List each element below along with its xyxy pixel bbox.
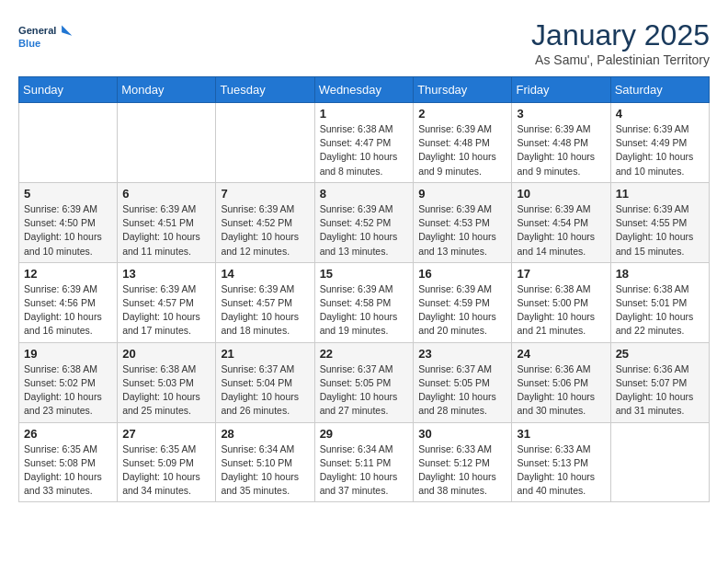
day-info: Sunrise: 6:38 AMSunset: 5:03 PMDaylight:…: [122, 362, 210, 419]
day-info: Sunrise: 6:39 AMSunset: 4:52 PMDaylight:…: [221, 202, 309, 259]
weekday-header-tuesday: Tuesday: [216, 77, 314, 103]
calendar-cell: 13Sunrise: 6:39 AMSunset: 4:57 PMDayligh…: [118, 262, 216, 342]
calendar-cell: [19, 103, 118, 183]
calendar-cell: 18Sunrise: 6:38 AMSunset: 5:01 PMDayligh…: [610, 262, 709, 342]
day-number: 29: [320, 427, 409, 441]
day-number: 4: [616, 107, 704, 121]
calendar-cell: 30Sunrise: 6:33 AMSunset: 5:12 PMDayligh…: [414, 422, 512, 502]
day-number: 21: [221, 347, 309, 361]
day-info: Sunrise: 6:37 AMSunset: 5:05 PMDaylight:…: [320, 362, 409, 419]
day-number: 14: [221, 267, 309, 281]
weekday-header-friday: Friday: [512, 77, 610, 103]
calendar-cell: 29Sunrise: 6:34 AMSunset: 5:11 PMDayligh…: [314, 422, 414, 502]
day-info: Sunrise: 6:39 AMSunset: 4:48 PMDaylight:…: [418, 122, 506, 178]
weekday-header-wednesday: Wednesday: [314, 77, 414, 103]
day-number: 24: [517, 347, 605, 361]
calendar-cell: 19Sunrise: 6:38 AMSunset: 5:02 PMDayligh…: [19, 342, 118, 422]
calendar-cell: 11Sunrise: 6:39 AMSunset: 4:55 PMDayligh…: [610, 182, 709, 262]
day-info: Sunrise: 6:38 AMSunset: 5:02 PMDaylight:…: [24, 362, 112, 419]
calendar-cell: 1Sunrise: 6:38 AMSunset: 4:47 PMDaylight…: [314, 103, 414, 183]
day-info: Sunrise: 6:39 AMSunset: 4:48 PMDaylight:…: [517, 122, 605, 178]
calendar-cell: 23Sunrise: 6:37 AMSunset: 5:05 PMDayligh…: [414, 342, 512, 422]
calendar-cell: 4Sunrise: 6:39 AMSunset: 4:49 PMDaylight…: [610, 103, 709, 183]
calendar-cell: [610, 422, 709, 502]
month-title: January 2025: [531, 18, 710, 52]
day-info: Sunrise: 6:37 AMSunset: 5:04 PMDaylight:…: [221, 362, 309, 419]
day-info: Sunrise: 6:39 AMSunset: 4:54 PMDaylight:…: [517, 202, 605, 259]
day-info: Sunrise: 6:37 AMSunset: 5:05 PMDaylight:…: [418, 362, 506, 419]
day-info: Sunrise: 6:34 AMSunset: 5:10 PMDaylight:…: [221, 442, 309, 499]
day-number: 30: [418, 427, 506, 441]
day-number: 1: [320, 107, 409, 121]
day-number: 11: [616, 187, 704, 201]
title-section: January 2025 As Samu', Palestinian Terri…: [531, 18, 710, 67]
calendar-cell: 5Sunrise: 6:39 AMSunset: 4:50 PMDaylight…: [19, 182, 118, 262]
calendar-cell: 21Sunrise: 6:37 AMSunset: 5:04 PMDayligh…: [216, 342, 314, 422]
logo: General Blue: [18, 18, 74, 60]
calendar-cell: 8Sunrise: 6:39 AMSunset: 4:52 PMDaylight…: [314, 182, 414, 262]
day-number: 8: [320, 187, 409, 201]
day-number: 15: [320, 267, 409, 281]
calendar-cell: 26Sunrise: 6:35 AMSunset: 5:08 PMDayligh…: [19, 422, 118, 502]
day-number: 16: [418, 267, 506, 281]
day-info: Sunrise: 6:33 AMSunset: 5:13 PMDaylight:…: [517, 442, 605, 499]
calendar-cell: [216, 103, 314, 183]
day-number: 13: [122, 267, 210, 281]
location-subtitle: As Samu', Palestinian Territory: [531, 52, 710, 67]
day-info: Sunrise: 6:39 AMSunset: 4:57 PMDaylight:…: [221, 282, 309, 339]
logo-graphic: General Blue: [18, 18, 74, 60]
calendar-cell: 10Sunrise: 6:39 AMSunset: 4:54 PMDayligh…: [512, 182, 610, 262]
day-info: Sunrise: 6:39 AMSunset: 4:53 PMDaylight:…: [418, 202, 506, 259]
day-number: 17: [517, 267, 605, 281]
calendar-cell: [118, 103, 216, 183]
weekday-header-saturday: Saturday: [610, 77, 709, 103]
calendar-cell: 2Sunrise: 6:39 AMSunset: 4:48 PMDaylight…: [414, 103, 512, 183]
page-header: General Blue January 2025 As Samu', Pale…: [18, 18, 710, 67]
day-number: 28: [221, 427, 309, 441]
calendar-table: SundayMondayTuesdayWednesdayThursdayFrid…: [18, 76, 710, 502]
svg-text:General: General: [18, 25, 56, 36]
day-number: 7: [221, 187, 309, 201]
day-number: 19: [24, 347, 112, 361]
calendar-cell: 3Sunrise: 6:39 AMSunset: 4:48 PMDaylight…: [512, 103, 610, 183]
day-number: 25: [616, 347, 704, 361]
calendar-cell: 14Sunrise: 6:39 AMSunset: 4:57 PMDayligh…: [216, 262, 314, 342]
day-number: 22: [320, 347, 409, 361]
calendar-cell: 20Sunrise: 6:38 AMSunset: 5:03 PMDayligh…: [118, 342, 216, 422]
day-info: Sunrise: 6:39 AMSunset: 4:51 PMDaylight:…: [122, 202, 210, 259]
calendar-cell: 12Sunrise: 6:39 AMSunset: 4:56 PMDayligh…: [19, 262, 118, 342]
day-info: Sunrise: 6:39 AMSunset: 4:49 PMDaylight:…: [616, 122, 704, 178]
day-info: Sunrise: 6:39 AMSunset: 4:56 PMDaylight:…: [24, 282, 112, 339]
calendar-cell: 31Sunrise: 6:33 AMSunset: 5:13 PMDayligh…: [512, 422, 610, 502]
weekday-header-monday: Monday: [118, 77, 216, 103]
weekday-header-thursday: Thursday: [414, 77, 512, 103]
calendar-cell: 9Sunrise: 6:39 AMSunset: 4:53 PMDaylight…: [414, 182, 512, 262]
day-info: Sunrise: 6:39 AMSunset: 4:59 PMDaylight:…: [418, 282, 506, 339]
day-info: Sunrise: 6:39 AMSunset: 4:52 PMDaylight:…: [320, 202, 409, 259]
calendar-cell: 24Sunrise: 6:36 AMSunset: 5:06 PMDayligh…: [512, 342, 610, 422]
calendar-cell: 16Sunrise: 6:39 AMSunset: 4:59 PMDayligh…: [414, 262, 512, 342]
svg-marker-2: [62, 26, 72, 36]
calendar-cell: 6Sunrise: 6:39 AMSunset: 4:51 PMDaylight…: [118, 182, 216, 262]
svg-text:Blue: Blue: [18, 38, 40, 49]
day-number: 23: [418, 347, 506, 361]
day-info: Sunrise: 6:39 AMSunset: 4:58 PMDaylight:…: [320, 282, 409, 339]
day-number: 2: [418, 107, 506, 121]
day-number: 3: [517, 107, 605, 121]
day-number: 26: [24, 427, 112, 441]
day-info: Sunrise: 6:39 AMSunset: 4:55 PMDaylight:…: [616, 202, 704, 259]
weekday-header-sunday: Sunday: [19, 77, 118, 103]
day-info: Sunrise: 6:39 AMSunset: 4:57 PMDaylight:…: [122, 282, 210, 339]
day-info: Sunrise: 6:36 AMSunset: 5:06 PMDaylight:…: [517, 362, 605, 419]
calendar-cell: 15Sunrise: 6:39 AMSunset: 4:58 PMDayligh…: [314, 262, 414, 342]
day-number: 5: [24, 187, 112, 201]
calendar-cell: 7Sunrise: 6:39 AMSunset: 4:52 PMDaylight…: [216, 182, 314, 262]
day-number: 20: [122, 347, 210, 361]
day-info: Sunrise: 6:38 AMSunset: 4:47 PMDaylight:…: [320, 122, 409, 178]
day-number: 10: [517, 187, 605, 201]
calendar-cell: 25Sunrise: 6:36 AMSunset: 5:07 PMDayligh…: [610, 342, 709, 422]
day-info: Sunrise: 6:34 AMSunset: 5:11 PMDaylight:…: [320, 442, 409, 499]
day-number: 27: [122, 427, 210, 441]
day-number: 6: [122, 187, 210, 201]
day-number: 12: [24, 267, 112, 281]
